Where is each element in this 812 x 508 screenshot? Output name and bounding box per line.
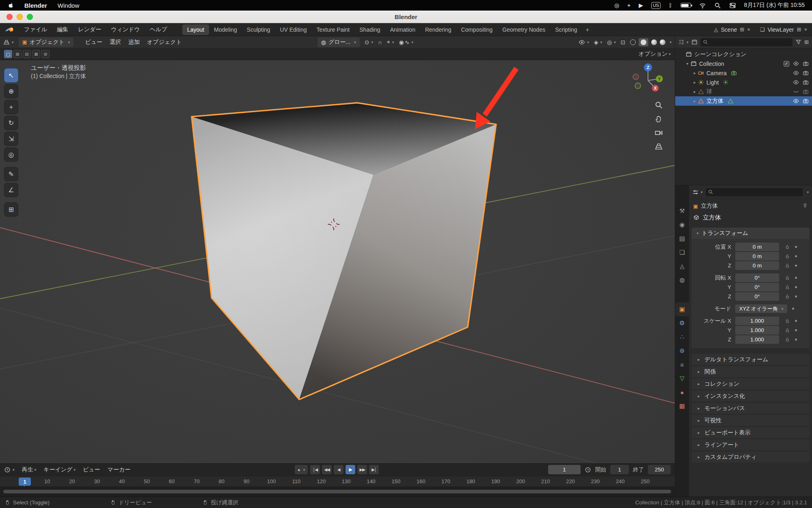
outliner-row[interactable]: ▸立方体 <box>675 96 812 106</box>
tool-move[interactable]: + <box>4 100 18 114</box>
close-window-button[interactable] <box>6 14 13 20</box>
tool-scale[interactable]: ⇲ <box>4 132 18 146</box>
outliner-search-input[interactable] <box>700 38 793 46</box>
mode-selector[interactable]: ▣オブジェクト▾ <box>19 37 74 47</box>
spotlight-search-icon[interactable] <box>714 2 721 9</box>
current-frame-field[interactable]: 1 <box>548 465 581 474</box>
outliner-row[interactable]: ▾Collection✓ <box>675 59 812 68</box>
tool-add-cube[interactable]: ⊞ <box>4 202 18 217</box>
zoom-window-button[interactable] <box>27 14 33 20</box>
jump-to-start-button[interactable]: │◀ <box>310 465 320 474</box>
shading-material-button[interactable] <box>651 39 657 45</box>
snap-magnet-toggle[interactable]: ∩ <box>378 39 382 46</box>
disable-in-renders-toggle[interactable] <box>803 70 809 76</box>
proportional-edit-toggle[interactable]: ◉∿▾ <box>399 39 413 46</box>
editor-type-selector[interactable]: ▾ <box>3 39 14 46</box>
animate-dot[interactable] <box>795 255 797 257</box>
xray-toggle[interactable]: ⊡ <box>621 39 626 46</box>
disable-in-renders-toggle[interactable] <box>803 98 809 104</box>
wifi-icon[interactable] <box>699 2 706 9</box>
properties-tab-object[interactable]: ▣ <box>675 302 689 316</box>
viewport-menu-2[interactable]: 追加 <box>125 37 143 47</box>
animate-dot[interactable] <box>795 286 797 288</box>
workspace-tab[interactable]: Rendering <box>420 24 456 35</box>
properties-tab-tool[interactable]: ⚒ <box>675 204 689 218</box>
viewport-menu-3[interactable]: オブジェクト <box>144 37 185 47</box>
bluetooth-icon[interactable]: ᛒ <box>669 2 672 9</box>
outliner-editor-type-selector[interactable]: ▾ <box>678 39 689 45</box>
select-mode-subtract[interactable]: ⊟ <box>23 50 31 58</box>
properties-tab-world[interactable]: ◍ <box>675 273 689 287</box>
transform-orientation-selector[interactable]: ◍グロー...▾ <box>317 37 360 47</box>
properties-tab-output[interactable]: ▤ <box>675 232 689 245</box>
workspace-tab[interactable]: Animation <box>385 24 420 35</box>
tool-cursor[interactable]: ⊕ <box>4 84 18 98</box>
macos-window-menu[interactable]: Window <box>58 2 79 9</box>
disable-in-renders-toggle[interactable] <box>803 61 809 67</box>
lock-icon[interactable] <box>785 337 790 342</box>
menubar-clock[interactable]: 8月17日 (水) 午前 10:55 <box>744 2 805 9</box>
timeline-menu-1[interactable]: キーイング▾ <box>40 465 79 475</box>
current-frame-marker[interactable]: 1 <box>19 478 31 486</box>
select-mode-set[interactable]: ▢ <box>4 50 12 58</box>
remove-viewlayer-icon[interactable]: × <box>804 26 807 33</box>
pin-icon[interactable] <box>802 203 808 209</box>
hide-eye-toggle[interactable] <box>793 98 799 104</box>
panel-section[interactable]: ▸ラインアート <box>691 439 810 450</box>
navigation-gizmo[interactable]: Z Y X <box>628 61 667 100</box>
lock-icon[interactable] <box>785 275 790 280</box>
workspace-tab[interactable]: Shading <box>354 24 385 35</box>
panel-section[interactable]: ▸関係 <box>691 366 810 377</box>
tool-annotate[interactable]: ✎ <box>4 167 18 181</box>
workspace-tab[interactable]: Texture Paint <box>312 24 355 35</box>
panel-section[interactable]: ▸可視性 <box>691 415 810 426</box>
input-source-indicator[interactable]: US <box>651 2 661 9</box>
workspace-tab[interactable]: UV Editing <box>275 24 311 35</box>
rotation-mode-select[interactable]: XYZ オイラー角▾ <box>735 304 787 313</box>
options-dropdown[interactable]: オプション▾ <box>639 50 671 58</box>
outliner-row[interactable]: ▸球 <box>675 87 812 96</box>
topbar-menu-4[interactable]: ヘルプ <box>145 24 172 35</box>
collection-checkbox[interactable]: ✓ <box>784 61 789 67</box>
macos-app-menu[interactable]: Blender <box>24 2 47 9</box>
topbar-menu-2[interactable]: レンダー <box>73 24 106 35</box>
play-button[interactable]: ▶ <box>346 465 355 474</box>
gizmos-toggle[interactable]: ◈▾ <box>594 39 602 46</box>
snap-target-selector[interactable]: ⌖▾ <box>387 39 394 46</box>
pivot-point-selector[interactable]: ⊙▾ <box>365 39 373 46</box>
animate-dot[interactable] <box>795 246 797 248</box>
transform-value-field[interactable]: 1.000 <box>735 326 779 334</box>
blender-logo[interactable] <box>5 26 15 33</box>
animate-dot[interactable] <box>795 339 797 341</box>
properties-search-input[interactable] <box>706 188 803 196</box>
tool-select-box[interactable]: ↖ <box>4 68 18 82</box>
shading-wireframe-button[interactable] <box>630 39 636 45</box>
toggle-perspective-icon[interactable] <box>654 142 663 151</box>
object-visibility-selector[interactable]: ▾ <box>579 39 589 46</box>
outliner-row[interactable]: ▸Light <box>675 78 812 87</box>
properties-tab-scene[interactable]: ◬ <box>675 259 689 273</box>
outliner-row[interactable]: ▸Camera <box>675 68 812 78</box>
animate-dot[interactable] <box>792 308 794 310</box>
properties-editor-type-selector[interactable]: ▾ <box>692 189 703 195</box>
topbar-menu-0[interactable]: ファイル <box>19 24 52 35</box>
object-name[interactable]: 立方体 <box>703 214 721 221</box>
timeline-ruler[interactable]: 1 10203040506070809010011012013014015016… <box>0 476 675 486</box>
select-mode-invert[interactable]: ⊠ <box>32 50 40 58</box>
timeline-menu-2[interactable]: ビュー <box>80 465 104 475</box>
timeline-menu-0[interactable]: 再生▾ <box>19 465 40 475</box>
lock-icon[interactable] <box>785 244 790 250</box>
transform-value-field[interactable]: 0° <box>735 274 779 282</box>
animate-dot[interactable] <box>795 265 797 267</box>
transform-value-field[interactable]: 0 m <box>735 261 779 270</box>
filter-icon[interactable] <box>795 39 801 45</box>
disable-in-renders-toggle[interactable] <box>803 79 809 85</box>
scene-selector[interactable]: Scene <box>721 26 737 33</box>
panel-section[interactable]: ▸ビューポート表示 <box>691 427 810 438</box>
properties-tab-modifiers[interactable]: ⚙ <box>675 316 689 330</box>
outliner-row[interactable]: シーンコレクション <box>675 50 812 59</box>
timeline-menu-3[interactable]: マーカー <box>104 465 134 475</box>
jump-to-end-button[interactable]: ▶│ <box>369 465 379 474</box>
transform-panel-header[interactable]: ▾ トランスフォーム <box>691 228 810 239</box>
battery-icon[interactable] <box>680 3 691 8</box>
